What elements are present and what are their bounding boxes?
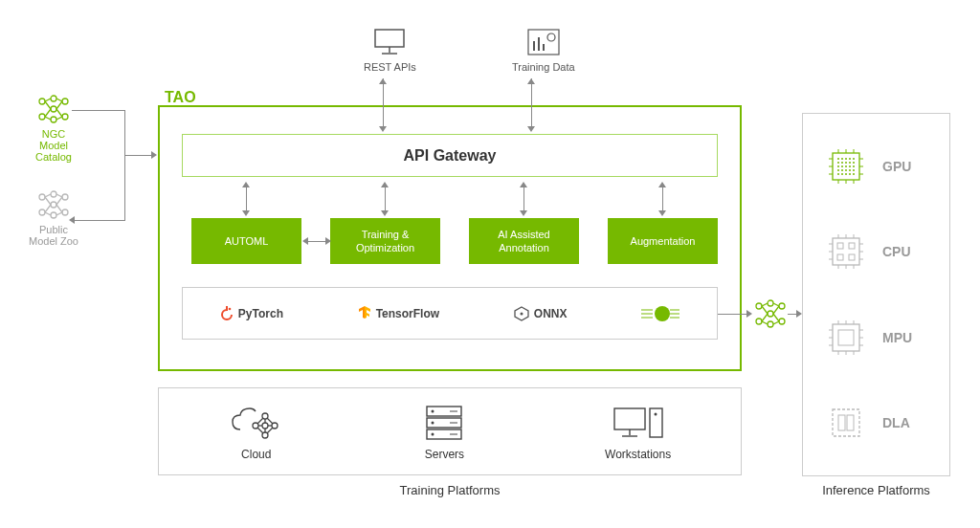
svg-line-36 [56, 205, 62, 212]
arrow-rest-to-gateway [383, 78, 384, 126]
svg-line-58 [267, 418, 273, 424]
rest-apis-label: REST APIs [364, 61, 416, 73]
svg-line-34 [56, 194, 62, 197]
svg-point-85 [853, 162, 855, 164]
svg-point-90 [853, 165, 855, 167]
svg-line-22 [56, 117, 62, 120]
svg-line-18 [45, 117, 51, 120]
svg-point-8 [39, 99, 45, 104]
svg-line-30 [45, 194, 51, 197]
svg-rect-131 [838, 330, 854, 345]
automl-block: AUTOML [191, 218, 301, 264]
svg-point-94 [849, 169, 851, 171]
svg-rect-114 [837, 243, 843, 249]
svg-rect-0 [375, 30, 404, 47]
arrow-data-to-gateway [531, 78, 532, 126]
augmentation-block: Augmentation [608, 218, 718, 264]
svg-point-14 [62, 114, 68, 120]
cpu-target: CPU [803, 232, 949, 271]
svg-point-79 [849, 158, 851, 160]
svg-rect-73 [650, 408, 662, 437]
svg-line-17 [45, 109, 51, 117]
svg-point-88 [845, 165, 847, 167]
gpu-target: GPU [803, 147, 949, 186]
ai-assisted-annotation-block: AI Assisted Annotation [469, 218, 579, 264]
ngc-model-catalog: NGC Model Catalog [29, 94, 78, 163]
svg-line-158 [773, 303, 779, 306]
svg-line-57 [257, 418, 263, 424]
svg-point-92 [841, 169, 843, 171]
servers-label: Servers [423, 448, 465, 461]
svg-line-59 [257, 428, 263, 433]
svg-point-28 [62, 194, 68, 200]
svg-point-87 [841, 165, 843, 167]
arrow-automl-training [306, 241, 325, 242]
svg-line-154 [762, 303, 768, 306]
svg-point-13 [62, 99, 68, 104]
svg-line-157 [762, 321, 768, 324]
svg-rect-144 [833, 409, 859, 436]
monitor-icon [369, 27, 410, 57]
tensorflow-icon [358, 306, 371, 321]
svg-point-27 [51, 212, 56, 218]
workstations-platform: Workstations [605, 402, 671, 461]
svg-rect-3 [528, 30, 559, 55]
svg-line-19 [56, 99, 62, 101]
training-platforms-box: Cloud Servers Workstations [158, 387, 742, 475]
tensorflow-framework: TensorFlow [358, 306, 439, 321]
svg-point-83 [845, 162, 847, 164]
svg-rect-115 [849, 243, 855, 249]
servers-platform: Servers [423, 402, 465, 461]
svg-point-65 [432, 422, 434, 425]
svg-rect-146 [847, 415, 854, 430]
svg-point-98 [845, 173, 847, 175]
svg-rect-117 [849, 254, 855, 260]
frameworks-row: PyTorch TensorFlow ONNX [182, 287, 718, 340]
tao-title: TAO [165, 89, 196, 106]
training-platforms-label: Training Platforms [158, 483, 742, 497]
pytorch-icon [220, 306, 234, 321]
svg-line-160 [773, 314, 779, 321]
dla-label: DLA [882, 415, 910, 430]
cloud-network-icon [229, 402, 284, 442]
svg-point-97 [841, 173, 843, 175]
cloud-label: Cloud [229, 448, 284, 461]
onnx-icon [514, 306, 529, 321]
svg-point-11 [51, 106, 56, 112]
svg-point-38 [229, 307, 232, 310]
dla-chip-icon [827, 404, 865, 442]
mpu-target: MPU [803, 319, 949, 357]
svg-line-37 [56, 212, 62, 215]
svg-point-25 [51, 191, 56, 197]
svg-point-10 [51, 96, 56, 101]
svg-point-82 [841, 162, 843, 164]
svg-point-12 [51, 117, 56, 122]
svg-point-152 [779, 303, 785, 309]
svg-point-24 [39, 209, 45, 215]
api-gateway-label: API Gateway [404, 147, 497, 165]
svg-point-77 [841, 158, 843, 160]
arrow-models-to-tao [124, 155, 151, 156]
svg-point-7 [547, 33, 555, 41]
neural-net-output-icon [751, 298, 790, 333]
cloud-platform: Cloud [229, 402, 284, 461]
training-data-input: Training Data [512, 27, 575, 73]
svg-line-161 [773, 321, 779, 324]
svg-point-151 [768, 321, 773, 327]
rest-apis-input: REST APIs [364, 27, 416, 73]
svg-line-16 [45, 101, 51, 109]
svg-line-31 [45, 197, 51, 205]
svg-point-150 [768, 311, 773, 317]
svg-point-76 [837, 158, 839, 160]
workstations-label: Workstations [605, 448, 671, 461]
svg-line-20 [56, 101, 62, 109]
onnx-framework: ONNX [514, 306, 568, 321]
training-optimization-block: Training & Optimization [330, 218, 440, 264]
cpu-chip-icon [827, 232, 865, 271]
dla-target: DLA [803, 404, 949, 442]
chart-icon [523, 27, 564, 57]
inference-platforms-label: Inference Platforms [802, 483, 950, 497]
svg-rect-113 [833, 238, 859, 265]
svg-point-66 [432, 433, 434, 436]
workstation-icon [605, 402, 671, 442]
